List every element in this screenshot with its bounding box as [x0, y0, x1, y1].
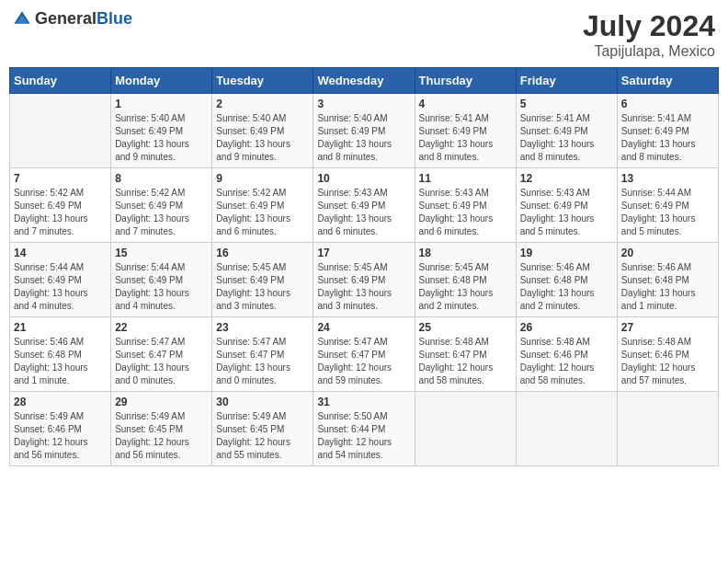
day-number: 2	[216, 98, 309, 110]
day-number: 19	[520, 247, 613, 259]
calendar-cell: 30Sunrise: 5:49 AM Sunset: 6:45 PM Dayli…	[212, 392, 313, 466]
calendar-cell	[617, 392, 718, 466]
day-detail: Sunrise: 5:45 AM Sunset: 6:48 PM Dayligh…	[419, 261, 512, 313]
calendar-cell: 22Sunrise: 5:47 AM Sunset: 6:47 PM Dayli…	[111, 317, 212, 392]
day-detail: Sunrise: 5:46 AM Sunset: 6:48 PM Dayligh…	[621, 261, 714, 313]
calendar-cell: 7Sunrise: 5:42 AM Sunset: 6:49 PM Daylig…	[10, 168, 111, 243]
day-detail: Sunrise: 5:43 AM Sunset: 6:49 PM Dayligh…	[317, 187, 410, 238]
title-block: July 2024 Tapijulapa, Mexico	[583, 9, 715, 60]
day-number: 12	[520, 172, 613, 185]
day-detail: Sunrise: 5:48 AM Sunset: 6:47 PM Dayligh…	[419, 336, 512, 387]
calendar-cell	[10, 94, 111, 168]
logo-text-blue: Blue	[97, 9, 132, 28]
weekday-header-tuesday: Tuesday	[212, 68, 313, 94]
calendar-table: SundayMondayTuesdayWednesdayThursdayFrid…	[9, 67, 719, 466]
day-detail: Sunrise: 5:43 AM Sunset: 6:49 PM Dayligh…	[419, 187, 512, 238]
day-number: 31	[317, 396, 410, 408]
day-number: 20	[621, 247, 714, 259]
day-number: 28	[14, 396, 107, 408]
day-detail: Sunrise: 5:45 AM Sunset: 6:49 PM Dayligh…	[317, 261, 410, 313]
week-row-2: 7Sunrise: 5:42 AM Sunset: 6:49 PM Daylig…	[10, 168, 719, 243]
day-number: 6	[621, 98, 714, 110]
day-detail: Sunrise: 5:48 AM Sunset: 6:46 PM Dayligh…	[520, 336, 613, 387]
day-number: 24	[317, 321, 410, 334]
calendar-cell: 9Sunrise: 5:42 AM Sunset: 6:49 PM Daylig…	[212, 168, 313, 243]
calendar-cell: 17Sunrise: 5:45 AM Sunset: 6:49 PM Dayli…	[313, 243, 415, 317]
calendar-cell: 21Sunrise: 5:46 AM Sunset: 6:48 PM Dayli…	[10, 317, 111, 392]
day-detail: Sunrise: 5:40 AM Sunset: 6:49 PM Dayligh…	[317, 112, 410, 164]
day-detail: Sunrise: 5:48 AM Sunset: 6:46 PM Dayligh…	[621, 336, 714, 387]
day-detail: Sunrise: 5:50 AM Sunset: 6:44 PM Dayligh…	[317, 410, 410, 462]
day-number: 1	[115, 98, 208, 110]
page-header: GeneralBlue July 2024 Tapijulapa, Mexico	[9, 9, 719, 60]
logo: GeneralBlue	[13, 9, 132, 29]
day-number: 14	[14, 247, 107, 259]
calendar-cell: 10Sunrise: 5:43 AM Sunset: 6:49 PM Dayli…	[313, 168, 415, 243]
weekday-header-friday: Friday	[516, 68, 617, 94]
weekday-header-sunday: Sunday	[10, 68, 111, 94]
calendar-cell: 1Sunrise: 5:40 AM Sunset: 6:49 PM Daylig…	[111, 94, 212, 168]
logo-text-general: General	[35, 9, 97, 28]
day-detail: Sunrise: 5:41 AM Sunset: 6:49 PM Dayligh…	[621, 112, 714, 164]
day-detail: Sunrise: 5:42 AM Sunset: 6:49 PM Dayligh…	[115, 187, 208, 238]
day-detail: Sunrise: 5:47 AM Sunset: 6:47 PM Dayligh…	[216, 336, 309, 387]
calendar-cell: 18Sunrise: 5:45 AM Sunset: 6:48 PM Dayli…	[415, 243, 516, 317]
calendar-cell: 11Sunrise: 5:43 AM Sunset: 6:49 PM Dayli…	[415, 168, 516, 243]
calendar-cell: 3Sunrise: 5:40 AM Sunset: 6:49 PM Daylig…	[313, 94, 415, 168]
weekday-header-wednesday: Wednesday	[313, 68, 415, 94]
day-number: 15	[115, 247, 208, 259]
day-number: 22	[115, 321, 208, 334]
weekday-header-row: SundayMondayTuesdayWednesdayThursdayFrid…	[10, 68, 719, 94]
calendar-cell: 14Sunrise: 5:44 AM Sunset: 6:49 PM Dayli…	[10, 243, 111, 317]
calendar-body: 1Sunrise: 5:40 AM Sunset: 6:49 PM Daylig…	[10, 94, 719, 466]
day-number: 17	[317, 247, 410, 259]
calendar-cell: 12Sunrise: 5:43 AM Sunset: 6:49 PM Dayli…	[516, 168, 617, 243]
calendar-cell: 8Sunrise: 5:42 AM Sunset: 6:49 PM Daylig…	[111, 168, 212, 243]
calendar-cell: 23Sunrise: 5:47 AM Sunset: 6:47 PM Dayli…	[212, 317, 313, 392]
week-row-4: 21Sunrise: 5:46 AM Sunset: 6:48 PM Dayli…	[10, 317, 719, 392]
calendar-cell: 15Sunrise: 5:44 AM Sunset: 6:49 PM Dayli…	[111, 243, 212, 317]
day-number: 3	[317, 98, 410, 110]
week-row-1: 1Sunrise: 5:40 AM Sunset: 6:49 PM Daylig…	[10, 94, 719, 168]
calendar-cell: 19Sunrise: 5:46 AM Sunset: 6:48 PM Dayli…	[516, 243, 617, 317]
day-number: 30	[216, 396, 309, 408]
calendar-cell	[415, 392, 516, 466]
day-detail: Sunrise: 5:43 AM Sunset: 6:49 PM Dayligh…	[520, 187, 613, 238]
day-detail: Sunrise: 5:47 AM Sunset: 6:47 PM Dayligh…	[115, 336, 208, 387]
calendar-cell: 20Sunrise: 5:46 AM Sunset: 6:48 PM Dayli…	[617, 243, 718, 317]
day-number: 16	[216, 247, 309, 259]
day-detail: Sunrise: 5:41 AM Sunset: 6:49 PM Dayligh…	[520, 112, 613, 164]
weekday-header-thursday: Thursday	[415, 68, 516, 94]
calendar-cell: 16Sunrise: 5:45 AM Sunset: 6:49 PM Dayli…	[212, 243, 313, 317]
logo-icon	[13, 10, 31, 29]
day-detail: Sunrise: 5:40 AM Sunset: 6:49 PM Dayligh…	[216, 112, 309, 164]
day-number: 27	[621, 321, 714, 334]
calendar-cell: 4Sunrise: 5:41 AM Sunset: 6:49 PM Daylig…	[415, 94, 516, 168]
day-number: 5	[520, 98, 613, 110]
calendar-cell: 28Sunrise: 5:49 AM Sunset: 6:46 PM Dayli…	[10, 392, 111, 466]
weekday-header-saturday: Saturday	[617, 68, 718, 94]
calendar-cell: 27Sunrise: 5:48 AM Sunset: 6:46 PM Dayli…	[617, 317, 718, 392]
day-number: 7	[14, 172, 107, 185]
weekday-header-monday: Monday	[111, 68, 212, 94]
day-number: 11	[419, 172, 512, 185]
week-row-5: 28Sunrise: 5:49 AM Sunset: 6:46 PM Dayli…	[10, 392, 719, 466]
day-detail: Sunrise: 5:42 AM Sunset: 6:49 PM Dayligh…	[216, 187, 309, 238]
day-number: 13	[621, 172, 714, 185]
day-number: 10	[317, 172, 410, 185]
day-number: 4	[419, 98, 512, 110]
day-detail: Sunrise: 5:45 AM Sunset: 6:49 PM Dayligh…	[216, 261, 309, 313]
day-number: 8	[115, 172, 208, 185]
day-detail: Sunrise: 5:44 AM Sunset: 6:49 PM Dayligh…	[14, 261, 107, 313]
day-detail: Sunrise: 5:46 AM Sunset: 6:48 PM Dayligh…	[520, 261, 613, 313]
day-detail: Sunrise: 5:40 AM Sunset: 6:49 PM Dayligh…	[115, 112, 208, 164]
day-detail: Sunrise: 5:49 AM Sunset: 6:45 PM Dayligh…	[115, 410, 208, 462]
calendar-cell: 31Sunrise: 5:50 AM Sunset: 6:44 PM Dayli…	[313, 392, 415, 466]
calendar-cell: 6Sunrise: 5:41 AM Sunset: 6:49 PM Daylig…	[617, 94, 718, 168]
day-number: 21	[14, 321, 107, 334]
day-number: 26	[520, 321, 613, 334]
week-row-3: 14Sunrise: 5:44 AM Sunset: 6:49 PM Dayli…	[10, 243, 719, 317]
day-number: 29	[115, 396, 208, 408]
calendar-cell: 26Sunrise: 5:48 AM Sunset: 6:46 PM Dayli…	[516, 317, 617, 392]
calendar-cell: 13Sunrise: 5:44 AM Sunset: 6:49 PM Dayli…	[617, 168, 718, 243]
